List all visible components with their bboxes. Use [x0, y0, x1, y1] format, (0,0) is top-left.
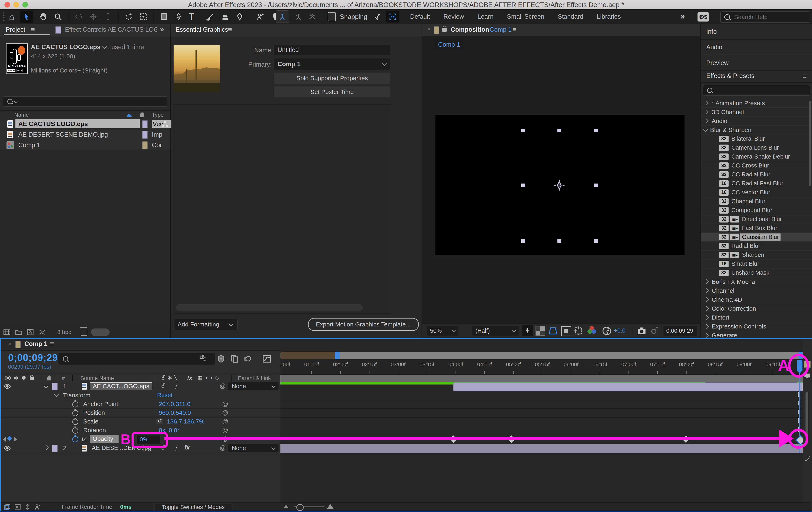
stopwatch-icon[interactable]: [72, 410, 78, 416]
stopwatch-icon[interactable]: [72, 419, 78, 425]
zoom-tool-icon[interactable]: [54, 12, 62, 21]
pickwhip-icon[interactable]: @: [222, 401, 228, 407]
exposure-value[interactable]: +0.0: [614, 327, 626, 334]
close-tab-icon[interactable]: ×: [8, 340, 11, 348]
zoom-dropdown[interactable]: 50%: [427, 325, 458, 336]
layer-handle[interactable]: [557, 129, 561, 132]
column-type[interactable]: Type: [152, 112, 164, 118]
effects-category[interactable]: Cinema 4D: [701, 295, 812, 304]
channels-icon[interactable]: [587, 326, 597, 335]
project-row-cactus[interactable]: AE CACTUS LOGO.eps Vec: [0, 119, 170, 129]
layer-row-1[interactable]: 1 AE CACT...OGO.eps ⚦ ⧸ @ None: [1, 382, 280, 391]
grid-guides-icon[interactable]: [573, 325, 584, 336]
property-row-position[interactable]: Position 960.0,540.0 @: [1, 408, 280, 418]
tab-essential-graphics[interactable]: Essential Graphics: [176, 26, 228, 33]
project-row-name[interactable]: AE CACTUS LOGO.eps: [18, 120, 88, 128]
transform-group-row[interactable]: Transform Reset: [1, 391, 280, 400]
expand-layer-icon[interactable]: [44, 445, 49, 450]
tab-timeline-comp[interactable]: Comp 1: [24, 340, 48, 347]
column-parent-link[interactable]: Parent & Link: [238, 375, 271, 381]
layer-handle[interactable]: [557, 239, 561, 243]
property-name[interactable]: Rotation: [83, 427, 106, 434]
prev-keyframe-icon[interactable]: [3, 437, 6, 442]
workspace-overflow-icon[interactable]: »: [680, 12, 685, 21]
snap-region-icon[interactable]: [386, 11, 399, 23]
snapshot-camera-icon[interactable]: [637, 326, 647, 336]
effect-item[interactable]: 32 ▣▸ Unsharp Mask: [701, 268, 812, 277]
fx-icon[interactable]: fx: [184, 444, 190, 451]
primary-dropdown[interactable]: Comp 1: [274, 58, 390, 70]
fast-previews-icon[interactable]: [522, 325, 533, 336]
effects-category[interactable]: Channel: [701, 286, 812, 295]
workspace-tab[interactable]: Learn: [477, 13, 493, 20]
add-formatting-dropdown[interactable]: Add Formatting: [174, 319, 238, 330]
effect-item[interactable]: 32 ▣▸ Sharpen: [701, 251, 812, 259]
effects-category[interactable]: Audio: [701, 116, 812, 125]
solo-supported-properties-button[interactable]: Solo Supported Properties: [274, 73, 390, 84]
project-item-title[interactable]: AE CACTUS LOGO.eps: [31, 44, 100, 51]
collapsed-panel-header[interactable]: Audio: [701, 39, 812, 55]
shy-toggle-icon[interactable]: [34, 503, 41, 511]
layer-handle[interactable]: [521, 183, 525, 187]
effect-item[interactable]: 32 ▣▸ Fast Box Blur: [701, 224, 812, 233]
effects-panel-menu-icon[interactable]: ≡: [803, 72, 807, 80]
mask-visibility-icon[interactable]: [561, 326, 571, 336]
comp-timecode-box[interactable]: 0;00;09;29: [663, 325, 697, 336]
new-composition-icon[interactable]: [26, 328, 34, 336]
timeline-menu-icon[interactable]: ≡: [50, 340, 54, 348]
lock-icon[interactable]: [442, 28, 446, 32]
exposure-icon[interactable]: [602, 326, 612, 336]
collapse-transform-icon[interactable]: [54, 392, 59, 397]
property-name[interactable]: Anchor Point: [83, 401, 118, 407]
toggle-switches-modes-button[interactable]: Toggle Switches / Modes: [154, 503, 232, 511]
expand-layers-icon[interactable]: [3, 503, 11, 511]
project-search-box[interactable]: [3, 96, 167, 107]
effect-item[interactable]: 16 ▣▸ CC Radial Fast Blur: [701, 179, 812, 188]
snapping-checkbox[interactable]: [328, 12, 336, 21]
pen-tool-icon[interactable]: [174, 12, 183, 21]
effects-category[interactable]: 3D Channel: [701, 108, 812, 116]
effects-category-blur-sharpen[interactable]: Blur & Sharpen: [701, 125, 812, 134]
workspace-tab[interactable]: Libraries: [597, 13, 621, 20]
parent-dropdown[interactable]: None: [228, 382, 279, 390]
property-name[interactable]: Position: [83, 409, 105, 416]
resolution-dropdown[interactable]: (Half): [472, 325, 519, 336]
collapsed-panel-header[interactable]: Info: [701, 24, 812, 39]
effects-category[interactable]: * Animation Presets: [701, 99, 812, 108]
effect-item[interactable]: 32 ▣▸ Bilateral Blur: [701, 134, 812, 143]
property-value[interactable]: 960.0,540.0: [159, 409, 191, 416]
interpret-footage-icon[interactable]: [3, 328, 11, 336]
snap-options-icon[interactable]: [373, 12, 381, 21]
collapse-layer-icon[interactable]: [44, 383, 48, 388]
clone-stamp-tool-icon[interactable]: [221, 12, 230, 21]
parent-pickwhip-icon[interactable]: @: [220, 382, 226, 389]
workspace-tab[interactable]: Small Screen: [507, 13, 544, 20]
effect-item[interactable]: 32 ▣▸ Camera Lens Blur: [701, 143, 812, 152]
effects-search-box[interactable]: [703, 85, 810, 96]
tab-effects-presets[interactable]: Effects & Presets: [706, 72, 754, 80]
effect-item[interactable]: 32 ▣▸ Compound Blur: [701, 206, 812, 215]
show-snapshot-icon[interactable]: [649, 326, 659, 336]
pickwhip-icon[interactable]: @: [222, 418, 228, 425]
label-color-chip[interactable]: [142, 120, 148, 128]
effects-category[interactable]: Boris FX Mocha: [701, 277, 812, 286]
layer-handle[interactable]: [594, 183, 598, 187]
eye-icon[interactable]: [4, 383, 11, 390]
hand-tool-icon[interactable]: [39, 12, 48, 21]
layer-label-chip[interactable]: [52, 383, 58, 390]
comp-canvas[interactable]: [435, 115, 685, 255]
trash-icon[interactable]: [81, 329, 87, 336]
help-search-box[interactable]: [720, 11, 810, 23]
export-template-button[interactable]: Export Motion Graphics Template...: [308, 318, 419, 331]
rotation-tool-icon[interactable]: [124, 12, 133, 21]
comp-breadcrumb[interactable]: Comp 1: [434, 38, 463, 50]
property-name-opacity[interactable]: Opacity: [90, 435, 119, 443]
selection-tool-icon[interactable]: [20, 10, 33, 23]
graph-editor-icon[interactable]: [262, 354, 272, 364]
adjustment-icon[interactable]: [38, 328, 46, 336]
quality-icon[interactable]: ⧸: [175, 444, 178, 452]
project-row-name[interactable]: AE DESERT SCENE DEMO.jpg: [18, 131, 108, 138]
layer-handle[interactable]: [594, 239, 598, 243]
parent-pickwhip-icon[interactable]: @: [220, 445, 226, 451]
comp-pen-icon[interactable]: [804, 455, 811, 462]
